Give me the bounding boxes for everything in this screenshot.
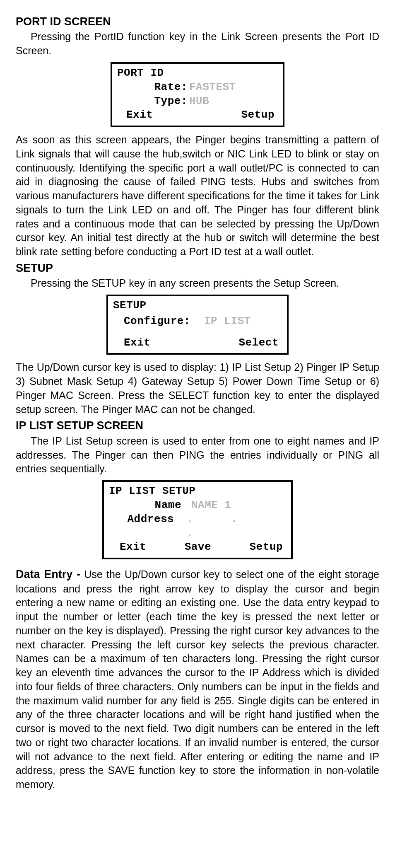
para-setup-body: The Up/Down cursor key is used to displa… — [16, 360, 379, 416]
name-value: NAME 1 — [183, 498, 231, 513]
name-label: Name — [109, 498, 183, 513]
screen-setup-fn-row: Exit Select — [113, 336, 282, 350]
rate-label: Rate: — [117, 80, 189, 94]
fn-setup: Setup — [241, 108, 278, 122]
para-port-id-body: As soon as this screen appears, the Ping… — [16, 133, 379, 259]
screen-port-id-title: PORT ID — [117, 66, 278, 80]
screen-iplist-fn-row: Exit Save Setup — [109, 540, 286, 554]
screen-port-id: PORT ID Rate: FASTEST Type: HUB Exit Set… — [111, 62, 284, 127]
screen-setup-configure-row: Configure: IP LIST — [113, 314, 282, 329]
dataentry-body: Use the Up/Down cursor key to select one… — [16, 568, 379, 790]
para-iplist-intro: The IP List Setup screen is used to ente… — [16, 434, 379, 476]
address-value: . . . — [176, 513, 286, 541]
fn-exit: Exit — [109, 540, 146, 554]
heading-port-id: PORT ID SCREEN — [16, 14, 379, 29]
heading-setup: SETUP — [16, 261, 379, 276]
para-port-id-intro: Pressing the PortID function key in the … — [16, 30, 379, 58]
configure-label: Configure: — [113, 314, 204, 329]
screen-port-id-rate-row: Rate: FASTEST — [117, 80, 278, 94]
fn-select: Select — [238, 336, 282, 350]
fn-exit: Exit — [113, 336, 150, 350]
fn-exit: Exit — [117, 108, 153, 122]
type-value: HUB — [189, 94, 209, 109]
fn-setup: Setup — [249, 540, 286, 554]
para-dataentry: Data Entry - Use the Up/Down cursor key … — [16, 567, 379, 792]
screen-setup: SETUP Configure: IP LIST Exit Select — [106, 295, 289, 355]
screen-port-id-fn-row: Exit Setup — [117, 108, 278, 122]
dataentry-label: Data Entry - — [16, 568, 80, 580]
address-label: Address — [109, 513, 176, 541]
para-setup-intro: Pressing the SETUP key in any screen pre… — [16, 276, 379, 290]
configure-value: IP LIST — [204, 314, 251, 329]
screen-setup-title: SETUP — [113, 299, 282, 313]
page: PORT ID SCREEN Pressing the PortID funct… — [0, 0, 395, 810]
screen-iplist-address-row: Address . . . — [109, 513, 286, 541]
screen-port-id-type-row: Type: HUB — [117, 94, 278, 109]
type-label: Type: — [117, 94, 189, 109]
screen-iplist: IP LIST SETUP Name NAME 1 Address . . . … — [102, 480, 293, 559]
screen-iplist-title: IP LIST SETUP — [109, 484, 286, 498]
screen-iplist-name-row: Name NAME 1 — [109, 498, 286, 513]
heading-iplist: IP LIST SETUP SCREEN — [16, 418, 379, 433]
fn-save: Save — [185, 540, 211, 554]
rate-value: FASTEST — [189, 80, 236, 94]
